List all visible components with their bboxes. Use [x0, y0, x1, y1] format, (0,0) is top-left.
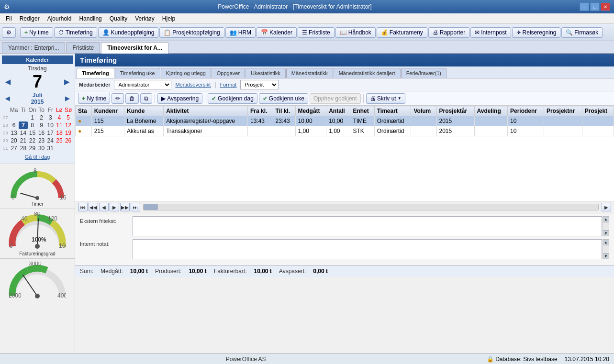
toolbar-faktura[interactable]: 💰 Fakturameny	[377, 27, 427, 38]
person-icon: 👤	[102, 29, 110, 36]
mertid-link[interactable]: Mertidsoversikt	[175, 82, 211, 88]
toolbar-gear[interactable]: ⚙	[2, 27, 16, 38]
medarbeider-label: Medarbeider	[79, 82, 110, 88]
list-icon: ☰	[302, 29, 307, 36]
maximize-button[interactable]: □	[590, 2, 600, 11]
bottom-gauge-svg: 2000 3000 4000	[9, 262, 66, 300]
scroll-down-btn-intern[interactable]: ▼	[603, 253, 609, 259]
godkjenn-uke-button[interactable]: ✔ Godkjenn uke	[259, 93, 308, 104]
plus-icon: +	[82, 95, 86, 102]
table-row[interactable]: ●115La BohemeAksjonærregister/-oppgave13…	[76, 116, 614, 126]
toolbar-reiseregning[interactable]: ✈ Reiseregning	[512, 27, 561, 38]
avspasert-label: Avspasert:	[279, 268, 306, 275]
table-row[interactable]: ●215Akkurat asTransaksjoner1,001,00STKOr…	[76, 126, 614, 136]
intern-textarea[interactable]	[133, 239, 602, 259]
cal-next-day[interactable]: ▶	[63, 77, 71, 86]
toolbar-internpost[interactable]: ✉ Internpost	[470, 27, 511, 38]
db-label: Database: Sivs testbase	[495, 356, 557, 363]
intern-row: Internt notat: ▲ ▼	[80, 239, 609, 259]
opphev-button[interactable]: Opphev godkjent	[310, 93, 361, 104]
table-header-row: Sta Kundenr Kunde Aktivitet Fra kl. Til …	[76, 106, 614, 116]
data-table-container[interactable]: Sta Kundenr Kunde Aktivitet Fra kl. Til …	[75, 106, 614, 201]
tab-ukestatistikk[interactable]: Ukestatistikk	[246, 68, 286, 78]
tab-yammer[interactable]: Yammer : Enterpri...	[2, 42, 65, 53]
scroll-down-btn[interactable]: ▼	[603, 230, 609, 236]
tab-manedstatistikk[interactable]: Månedstatistikk	[286, 68, 333, 78]
edit-button[interactable]: ✏	[112, 93, 124, 104]
toolbar-prosjekt[interactable]: 📋 Prosjektoppfølging	[159, 27, 224, 38]
menu-hjelp[interactable]: Hjelp	[158, 14, 179, 23]
nav-last[interactable]: ⏭	[131, 203, 140, 211]
action-separator-3	[363, 94, 364, 103]
scroll-up-btn[interactable]: ▲	[603, 217, 609, 222]
copy-button[interactable]: ⧉	[140, 93, 152, 104]
svg-text:0: 0	[10, 243, 13, 249]
avspasert-value: 0,00 t	[313, 268, 328, 275]
faktura-gauge-svg: 0 40 80 120 160 100%	[9, 212, 66, 250]
ekstern-textarea[interactable]	[133, 216, 602, 236]
prosjekt-select[interactable]: Prosjekt	[240, 80, 279, 89]
titlebar-controls: ─ □ ✕	[580, 2, 610, 11]
checkmark-dag-icon: ✔	[212, 95, 216, 102]
svg-text:0: 0	[11, 194, 15, 200]
col-kunde: Kunde	[124, 106, 164, 116]
cal-next-month[interactable]: ▶	[64, 95, 71, 102]
cal-prev-day[interactable]: ◀	[4, 77, 12, 86]
format-link[interactable]: Format	[220, 82, 237, 88]
tab-manedstatistikk-detaljert[interactable]: Månedstatistikk detaljert	[334, 68, 401, 78]
scroll-up-btn-intern[interactable]: ▲	[603, 240, 609, 245]
sub-sep: |	[214, 81, 216, 88]
tab-ferie-fravar[interactable]: Ferie/fravær(1)	[401, 68, 447, 78]
toolbar-fristliste[interactable]: ☰ Fristliste	[298, 27, 335, 38]
menu-verktoy[interactable]: Verktøy	[131, 14, 158, 23]
avspasering-button[interactable]: ▶ Avspasering	[157, 93, 202, 104]
tabs-bar: Yammer : Enterpri... Fristliste Timeover…	[0, 41, 614, 54]
clock-icon: ⏱	[58, 29, 64, 36]
app-logo: ⚙	[4, 3, 10, 11]
nav-next-page[interactable]: ▶▶	[120, 203, 130, 211]
menu-handling[interactable]: Handling	[75, 14, 105, 23]
ekstern-row: Ekstern fritekst: ▲ ▼	[80, 216, 609, 236]
col-timeart: Timeart	[374, 106, 411, 116]
tab-fristliste[interactable]: Fristliste	[66, 42, 100, 53]
toolbar-rapporter[interactable]: 🖨 Rapporter	[428, 27, 469, 38]
toolbar-handbok[interactable]: 📖 Håndbok	[335, 27, 376, 38]
toolbar-timeforing[interactable]: ⏱ Timeføring	[54, 27, 97, 38]
timer-gauge-svg: 0 8 16	[9, 167, 66, 200]
menu-quality[interactable]: Quality	[106, 14, 131, 23]
nav-prev-page[interactable]: ◀◀	[89, 203, 98, 211]
tab-kjoring[interactable]: Kjøring og utlegg	[161, 68, 211, 78]
new-time-button[interactable]: + Ny time	[78, 93, 110, 104]
menu-fil[interactable]: Fil	[2, 14, 16, 23]
toolbar-hrm[interactable]: 👥 HRM	[225, 27, 256, 38]
svg-text:2000: 2000	[9, 292, 22, 299]
cal-prev-month[interactable]: ◀	[4, 95, 11, 102]
menu-rediger[interactable]: Rediger	[16, 14, 44, 23]
delete-button[interactable]: 🗑	[125, 93, 139, 104]
toolbar-kundeoppfolging[interactable]: 👤 Kundeoppfølging	[98, 27, 159, 38]
tab-timeforing[interactable]: Timeføring	[77, 68, 114, 78]
close-button[interactable]: ✕	[601, 2, 610, 11]
nav-prev[interactable]: ◀	[99, 203, 109, 211]
medgatt-label: Medgått:	[100, 268, 123, 275]
tab-timeoversikt[interactable]: Timeoversikt for A...	[101, 42, 168, 54]
skriv-ut-button[interactable]: 🖨 Skriv ut ▼	[366, 93, 405, 104]
toolbar-ny-time[interactable]: + Ny time	[20, 27, 53, 38]
menu-ajourhold[interactable]: Ajourhold	[44, 14, 76, 23]
fakturerbart-value: 10,00 t	[254, 268, 272, 275]
svg-text:100%: 100%	[32, 236, 46, 243]
goto-today-link[interactable]: Gå til i dag	[2, 152, 73, 162]
godkjenn-dag-button[interactable]: ✔ Godkjenn dag	[208, 93, 257, 104]
medarbeider-select[interactable]: Administrator	[114, 80, 171, 89]
produsert-label: Produsert:	[155, 268, 181, 275]
toolbar-kalender[interactable]: 📅 Kalender	[257, 27, 297, 38]
nav-right-scroll[interactable]: ▶	[602, 203, 611, 211]
nav-scroll-track[interactable]	[143, 204, 599, 210]
minimize-button[interactable]: ─	[580, 2, 589, 11]
tab-oppgaver[interactable]: Oppgaver	[212, 68, 245, 78]
tab-timeforing-uke[interactable]: Timeføring uke	[115, 68, 160, 78]
toolbar-firmasok[interactable]: 🔍 Firmasøk	[561, 27, 603, 38]
nav-next[interactable]: ▶	[110, 203, 119, 211]
col-medgatt: Medgått	[295, 106, 326, 116]
nav-first[interactable]: ⏮	[78, 203, 88, 211]
